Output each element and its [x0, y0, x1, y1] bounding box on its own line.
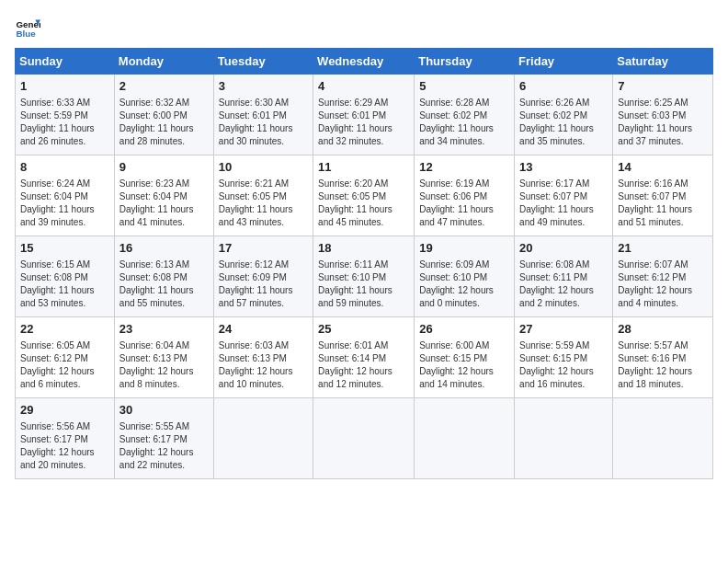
- cell-text: Sunset: 6:02 PM: [519, 109, 608, 122]
- cell-text: Daylight: 12 hours: [519, 365, 608, 378]
- day-number: 3: [219, 78, 308, 95]
- calendar-cell-3: 3Sunrise: 6:30 AMSunset: 6:01 PMDaylight…: [213, 75, 313, 155]
- cell-text: Daylight: 11 hours: [20, 203, 109, 216]
- col-header-saturday: Saturday: [613, 49, 713, 75]
- cell-text: Sunrise: 6:24 AM: [20, 178, 109, 190]
- day-number: 29: [20, 402, 109, 419]
- cell-text: Sunset: 6:08 PM: [20, 271, 109, 284]
- calendar-cell-14: 14Sunrise: 6:16 AMSunset: 6:07 PMDayligh…: [613, 155, 713, 236]
- cell-text: and 51 minutes.: [618, 216, 708, 229]
- day-number: 30: [119, 402, 209, 419]
- cell-text: Daylight: 12 hours: [519, 284, 608, 297]
- calendar-cell-9: 9Sunrise: 6:23 AMSunset: 6:04 PMDaylight…: [114, 155, 213, 236]
- day-number: 21: [618, 240, 708, 257]
- cell-text: and 10 minutes.: [219, 378, 308, 391]
- cell-text: and 34 minutes.: [419, 135, 509, 148]
- cell-text: Sunset: 5:59 PM: [20, 109, 109, 122]
- calendar-cell-16: 16Sunrise: 6:13 AMSunset: 6:08 PMDayligh…: [114, 236, 213, 317]
- cell-text: Sunrise: 6:32 AM: [119, 97, 209, 109]
- cell-text: Sunrise: 6:05 AM: [20, 339, 109, 352]
- calendar-cell-20: 20Sunrise: 6:08 AMSunset: 6:11 PMDayligh…: [515, 236, 613, 317]
- calendar-cell-21: 21Sunrise: 6:07 AMSunset: 6:12 PMDayligh…: [613, 236, 713, 317]
- calendar-cell-empty: [213, 398, 313, 479]
- cell-text: Daylight: 12 hours: [618, 365, 708, 378]
- cell-text: Daylight: 11 hours: [318, 203, 409, 216]
- calendar-cell-29: 29Sunrise: 5:56 AMSunset: 6:17 PMDayligh…: [16, 398, 115, 479]
- cell-text: and 20 minutes.: [20, 459, 109, 472]
- cell-text: Sunset: 6:16 PM: [618, 352, 708, 365]
- cell-text: Sunset: 6:08 PM: [119, 271, 209, 284]
- calendar-cell-5: 5Sunrise: 6:28 AMSunset: 6:02 PMDaylight…: [415, 75, 515, 155]
- cell-text: Daylight: 12 hours: [318, 365, 409, 378]
- calendar-cell-2: 2Sunrise: 6:32 AMSunset: 6:00 PMDaylight…: [114, 75, 213, 155]
- cell-text: Sunrise: 6:16 AM: [618, 178, 708, 190]
- cell-text: Daylight: 12 hours: [119, 365, 209, 378]
- col-header-monday: Monday: [114, 49, 213, 75]
- cell-text: Sunset: 6:07 PM: [618, 190, 708, 203]
- day-number: 28: [618, 321, 708, 338]
- cell-text: Sunset: 6:13 PM: [119, 352, 209, 365]
- cell-text: and 26 minutes.: [20, 135, 109, 148]
- cell-text: and 32 minutes.: [318, 135, 409, 148]
- cell-text: Daylight: 11 hours: [20, 284, 109, 297]
- cell-text: and 39 minutes.: [20, 216, 109, 229]
- cell-text: Sunset: 6:13 PM: [219, 352, 308, 365]
- cell-text: Sunset: 6:05 PM: [219, 190, 308, 203]
- cell-text: and 12 minutes.: [318, 378, 409, 391]
- cell-text: and 6 minutes.: [20, 378, 109, 391]
- day-number: 19: [419, 240, 509, 257]
- cell-text: Sunrise: 6:00 AM: [419, 339, 509, 352]
- day-number: 5: [419, 78, 509, 95]
- cell-text: and 55 minutes.: [119, 297, 209, 310]
- cell-text: Sunset: 6:17 PM: [119, 433, 209, 446]
- cell-text: Sunrise: 6:04 AM: [119, 339, 209, 352]
- calendar-cell-28: 28Sunrise: 5:57 AMSunset: 6:16 PMDayligh…: [613, 317, 713, 398]
- cell-text: Sunrise: 6:28 AM: [419, 97, 509, 109]
- cell-text: Sunset: 6:17 PM: [20, 433, 109, 446]
- cell-text: and 37 minutes.: [618, 135, 708, 148]
- cell-text: and 41 minutes.: [119, 216, 209, 229]
- cell-text: Sunset: 6:14 PM: [318, 352, 409, 365]
- cell-text: Sunrise: 6:26 AM: [519, 97, 608, 109]
- calendar-table: SundayMondayTuesdayWednesdayThursdayFrid…: [15, 48, 713, 479]
- cell-text: and 4 minutes.: [618, 297, 708, 310]
- cell-text: Sunset: 6:01 PM: [318, 109, 409, 122]
- day-number: 14: [618, 159, 708, 176]
- day-number: 17: [219, 240, 308, 257]
- cell-text: Sunset: 6:07 PM: [519, 190, 608, 203]
- cell-text: Daylight: 11 hours: [618, 122, 708, 135]
- cell-text: Daylight: 11 hours: [119, 122, 209, 135]
- cell-text: Sunrise: 6:01 AM: [318, 339, 409, 352]
- cell-text: Daylight: 11 hours: [219, 203, 308, 216]
- day-number: 6: [519, 78, 608, 95]
- cell-text: Sunset: 6:06 PM: [419, 190, 509, 203]
- cell-text: Sunrise: 6:17 AM: [519, 178, 608, 190]
- cell-text: Daylight: 12 hours: [20, 365, 109, 378]
- cell-text: Sunrise: 6:21 AM: [219, 178, 308, 190]
- calendar-cell-26: 26Sunrise: 6:00 AMSunset: 6:15 PMDayligh…: [415, 317, 515, 398]
- calendar-cell-1: 1Sunrise: 6:33 AMSunset: 5:59 PMDaylight…: [16, 75, 115, 155]
- calendar-cell-12: 12Sunrise: 6:19 AMSunset: 6:06 PMDayligh…: [415, 155, 515, 236]
- cell-text: and 47 minutes.: [419, 216, 509, 229]
- cell-text: Sunset: 6:09 PM: [219, 271, 308, 284]
- cell-text: Daylight: 11 hours: [519, 203, 608, 216]
- cell-text: Sunset: 6:12 PM: [20, 352, 109, 365]
- day-number: 20: [519, 240, 608, 257]
- page-header: General Blue: [15, 15, 713, 40]
- calendar-cell-22: 22Sunrise: 6:05 AMSunset: 6:12 PMDayligh…: [16, 317, 115, 398]
- day-number: 16: [119, 240, 209, 257]
- cell-text: and 0 minutes.: [419, 297, 509, 310]
- day-number: 13: [519, 159, 608, 176]
- cell-text: Daylight: 12 hours: [20, 446, 109, 459]
- cell-text: Daylight: 12 hours: [219, 365, 308, 378]
- cell-text: Sunset: 6:02 PM: [419, 109, 509, 122]
- calendar-cell-18: 18Sunrise: 6:11 AMSunset: 6:10 PMDayligh…: [313, 236, 415, 317]
- calendar-cell-17: 17Sunrise: 6:12 AMSunset: 6:09 PMDayligh…: [213, 236, 313, 317]
- cell-text: Sunrise: 6:15 AM: [20, 259, 109, 271]
- cell-text: and 30 minutes.: [219, 135, 308, 148]
- cell-text: and 8 minutes.: [119, 378, 209, 391]
- cell-text: and 59 minutes.: [318, 297, 409, 310]
- calendar-cell-empty: [613, 398, 713, 479]
- cell-text: Daylight: 11 hours: [318, 122, 409, 135]
- day-number: 25: [318, 321, 409, 338]
